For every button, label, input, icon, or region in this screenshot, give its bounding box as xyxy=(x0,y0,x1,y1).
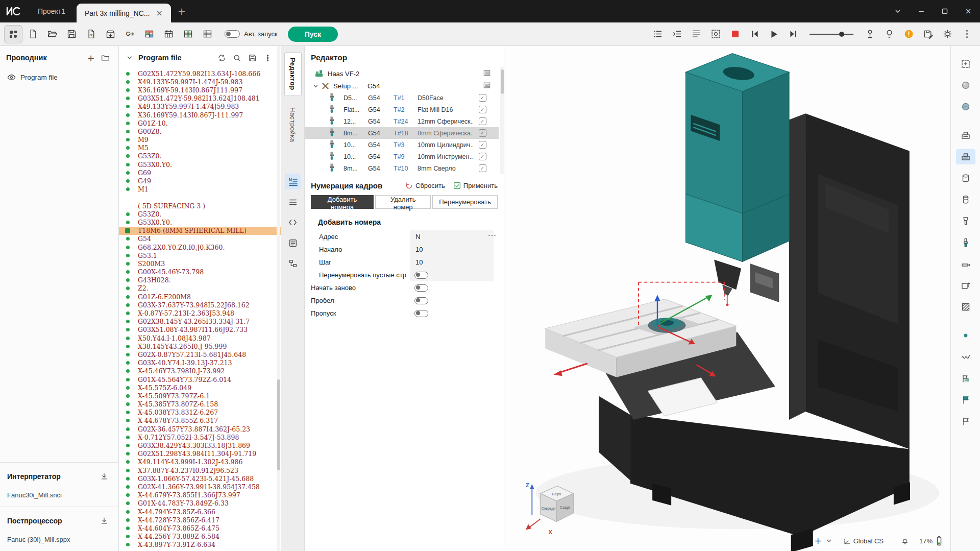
indent-list-icon[interactable] xyxy=(668,25,686,43)
code-line[interactable]: X-44.728Y-73.856Z-6.417 xyxy=(119,516,281,524)
program-scrollbar-thumb[interactable] xyxy=(277,379,280,470)
code-line[interactable]: S200M3 xyxy=(119,259,281,268)
warning-icon[interactable] xyxy=(899,25,918,43)
more-options-button[interactable]: ··· xyxy=(488,231,497,241)
code-line[interactable]: X-45.509Y73.797Z-6.1 xyxy=(119,392,281,400)
add-view-button[interactable]: + xyxy=(814,536,821,546)
code-line[interactable]: G49 xyxy=(119,177,281,185)
tool-checkbox[interactable]: ✓ xyxy=(479,164,486,172)
program-scrollbar[interactable] xyxy=(277,46,280,551)
numbering-tab[interactable]: Добавить номера xyxy=(311,195,374,209)
tool-list-scrollbar[interactable] xyxy=(500,67,504,174)
code-line[interactable]: G03X-1.066Y-57.423I-5.421J-45.688 xyxy=(119,474,281,483)
code-line[interactable]: X49.133Y59.997I-1.474J59.983 xyxy=(119,103,281,111)
stock-stack-icon[interactable] xyxy=(956,192,975,207)
save-icon[interactable] xyxy=(245,51,259,65)
field-toggle[interactable] xyxy=(414,284,428,292)
reset-button[interactable]: Сбросить xyxy=(405,182,445,189)
close-button[interactable]: × xyxy=(957,0,980,22)
code-line[interactable]: X-44.678Y73.855Z-6.317 xyxy=(119,417,281,425)
tab-close-icon[interactable]: × xyxy=(156,9,163,17)
code-line[interactable]: G02X-0.87Y57.213I-5.681J45.648 xyxy=(119,350,281,358)
open-folder-icon[interactable] xyxy=(98,51,112,65)
interpreter-load-icon[interactable] xyxy=(97,469,111,484)
numbering-panel-icon[interactable]: N xyxy=(285,174,301,189)
tool-checkbox[interactable]: ✓ xyxy=(479,94,486,102)
code-line[interactable]: G53X0.Y0. xyxy=(119,160,281,169)
new-tab-button[interactable]: + xyxy=(171,0,192,22)
tab-editor[interactable]: Редактор xyxy=(284,52,302,96)
table-colored-icon[interactable] xyxy=(140,25,158,43)
tool-checkbox[interactable]: ✓ xyxy=(479,141,486,149)
step-back-icon[interactable] xyxy=(745,25,764,43)
table-move-icon[interactable] xyxy=(956,256,975,272)
code-line[interactable]: G02X51.298Y43.984I11.304J-91.719 xyxy=(119,450,281,458)
postprocessor-load-icon[interactable] xyxy=(97,514,111,528)
tool-checkbox[interactable]: ✓ xyxy=(479,106,486,113)
field-toggle[interactable] xyxy=(414,310,428,317)
code-line[interactable]: G03X38.429Y43.303I33.18J31.869 xyxy=(119,441,281,449)
flow-panel-icon[interactable] xyxy=(285,255,301,271)
code-line[interactable]: X-45.575Z-6.049 xyxy=(119,384,281,392)
play-button[interactable] xyxy=(765,25,783,43)
justify-list-icon[interactable] xyxy=(687,25,705,43)
code-line[interactable]: G53Z0. xyxy=(119,210,281,218)
tool-row[interactable]: 10... G54 T#9 10mm Инструмен... ✓ xyxy=(305,151,499,162)
code-line[interactable]: X-44.794Y-73.85Z-6.366 xyxy=(119,508,281,516)
flag-outline-icon[interactable] xyxy=(956,414,975,429)
chevron-down-icon[interactable] xyxy=(313,83,318,89)
probe-icon[interactable] xyxy=(861,25,879,43)
numbering-tab[interactable]: Удалить номер xyxy=(375,195,431,209)
minimize-button[interactable]: − xyxy=(910,0,933,22)
code-line[interactable]: X36.169Y-59.143I0.867J111.997 xyxy=(119,86,281,94)
search-icon[interactable] xyxy=(230,51,244,65)
tool-checkbox[interactable]: ✓ xyxy=(479,117,486,125)
kebab-menu-icon[interactable] xyxy=(958,25,976,43)
field-value[interactable]: 10 xyxy=(415,258,423,266)
field-toggle[interactable] xyxy=(414,272,428,279)
tool-row[interactable]: Flat... G54 T#2 Flat Mill D16 ✓ xyxy=(305,104,499,115)
code-line[interactable]: X-0.712Y57.052I-3.547J-53.898 xyxy=(119,433,281,441)
code-line[interactable] xyxy=(119,194,281,202)
code-line[interactable]: X-44.256Y-73.889Z-6.584 xyxy=(119,533,281,541)
code-line[interactable]: G53X0.Y0. xyxy=(119,218,281,226)
code-line[interactable]: ( 5D SURFACING 3 ) xyxy=(119,202,281,210)
tool-row[interactable]: 10... G54 T#3 10mm Цилиндрич... ✓ xyxy=(305,139,499,151)
tool-checkbox[interactable]: ✓ xyxy=(479,153,486,160)
setup-row[interactable]: Setup ... G54 xyxy=(305,80,499,92)
code-line[interactable]: Z2. xyxy=(119,284,281,293)
field-value[interactable]: N xyxy=(415,233,420,241)
kebab-menu-icon[interactable] xyxy=(260,51,275,65)
tool-holder-icon[interactable] xyxy=(956,213,975,229)
code-line[interactable]: G00Z8. xyxy=(119,127,281,135)
stop-button[interactable] xyxy=(726,25,744,43)
tab-project[interactable]: Проект1 xyxy=(27,0,77,22)
explorer-add-button[interactable]: + xyxy=(84,51,98,65)
cutting-tool-icon[interactable] xyxy=(956,235,975,250)
speed-slider-handle[interactable] xyxy=(839,32,844,37)
machine-housing-icon[interactable] xyxy=(956,128,975,143)
code-panel-icon[interactable] xyxy=(285,214,301,230)
code-line[interactable]: G02X51.472Y59.982I13.634J-108.666 xyxy=(119,69,281,78)
selection-settings-icon[interactable] xyxy=(706,25,725,43)
stock-cylinder-icon[interactable] xyxy=(956,171,975,186)
code-line[interactable]: G01Z-10. xyxy=(119,119,281,127)
code-line[interactable]: G01X-44.783Y-73.849Z-6.33 xyxy=(119,499,281,508)
machine-row[interactable]: Haas VF-2 xyxy=(305,67,499,80)
code-line[interactable]: G03X51.472Y-59.982I13.624J108.481 xyxy=(119,94,281,103)
collapse-chevron-icon[interactable] xyxy=(125,51,134,65)
code-line[interactable]: G03X-37.637Y-73.948I5.22J68.162 xyxy=(119,301,281,309)
code-line[interactable]: G02X-36.457Y73.887I4.362J-65.23 xyxy=(119,425,281,433)
gcode-import-icon[interactable]: G xyxy=(120,25,139,43)
lamp-icon[interactable] xyxy=(880,25,898,43)
code-line[interactable]: X36.169Y59.143I0.867J-111.997 xyxy=(119,111,281,119)
fit-view-icon[interactable] xyxy=(956,56,975,71)
window-menu-chevron[interactable] xyxy=(886,0,910,22)
flags-stack-icon[interactable] xyxy=(956,371,975,386)
tool-checkbox[interactable]: ✓ xyxy=(479,129,486,137)
save-report-icon[interactable] xyxy=(919,25,937,43)
code-line[interactable]: M5 xyxy=(119,144,281,152)
code-line[interactable]: G02X-41.366Y-73.991I-38.954J37.458 xyxy=(119,483,281,491)
code-line[interactable]: X-45.46Y73.798I0.J-73.992 xyxy=(119,367,281,375)
numbering-tab[interactable]: Перенумеровать xyxy=(432,195,498,209)
